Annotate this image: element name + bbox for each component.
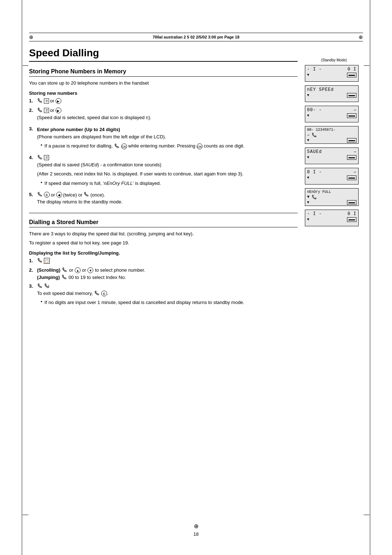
s2-step-3-sub: To exit speed dial memory, C. bbox=[37, 290, 298, 297]
step-2-icons: ☰ or ▶ bbox=[37, 108, 298, 113]
lcd-2-text: nEY SPEEd bbox=[307, 87, 334, 92]
step-2-content: ☰ or ▶ (Speed dial is selected, speed di… bbox=[37, 108, 298, 123]
step-2-num: 2. bbox=[29, 108, 37, 113]
lcd-6-text: 0 I - bbox=[307, 170, 322, 175]
lcd-7-battery: ▬▬▬ bbox=[347, 200, 356, 205]
lcd-display-6: 0 I - ⇨ ▼ ▬▬▬ bbox=[305, 168, 359, 185]
lcd-2-bottom: ▼ ▬▬▬ bbox=[307, 93, 356, 98]
s2-step-2-content: (Scrolling) or ▲ or ▼ to select phone nu… bbox=[37, 267, 298, 280]
lcd-6-battery: ▬▬▬ bbox=[347, 175, 356, 180]
lcd-8-signal: ▼ bbox=[307, 218, 309, 222]
menu-icon-1: ☰ bbox=[44, 98, 49, 104]
page-number: 18 bbox=[193, 531, 199, 537]
or-text-5: or bbox=[51, 192, 55, 198]
lcd-5-text: 5AUEd bbox=[307, 149, 322, 154]
lcd-1-bottom: ▼ ▬▬▬ bbox=[307, 73, 356, 77]
margin-mark-right-top bbox=[364, 65, 369, 66]
bottom-crosshair: ⊕ bbox=[194, 523, 199, 530]
s2-step-3-bullet-text: If no digits are input over 1 minute, sp… bbox=[45, 299, 245, 306]
s2-step-3-num: 3. bbox=[29, 283, 37, 289]
standby-label: (Standby Mode) bbox=[305, 58, 363, 62]
section2-subheading: Displaying the list by Scrolling/Jumping… bbox=[29, 250, 298, 256]
lcd-display-8: - I - 0 I ▼ ▬▬▬ bbox=[305, 210, 359, 226]
s2-step-1-num: 1. bbox=[29, 258, 37, 263]
step-1-icons: ☰ or ▶ bbox=[37, 98, 298, 104]
step-5-content: C or ◀ (twice) or (once). The display re… bbox=[37, 192, 298, 208]
bullet-dot-3: • bbox=[41, 142, 42, 148]
s2-step-3-bullet: • If no digits are input over 1 minute, … bbox=[41, 299, 298, 306]
bullet-dot-4: • bbox=[41, 180, 42, 185]
step-4-bullet: • If speed dial memory is full, 'nEnOry … bbox=[41, 180, 298, 187]
right-column: (Standby Mode) - I - 0 I ▼ ▬▬▬ nEY SPEEd… bbox=[305, 47, 363, 519]
step-1-num: 1. bbox=[29, 98, 37, 104]
step-3-content: Enter phone number (Up to 24 digits) (Ph… bbox=[37, 126, 298, 152]
section2-step-1: 1. 📋 bbox=[29, 258, 298, 264]
or-text-1: or bbox=[50, 98, 54, 104]
lcd-1-dash: - I - bbox=[307, 67, 322, 72]
c-icon-exit: C bbox=[101, 291, 107, 296]
lcd-1-top: - I - 0 I bbox=[307, 67, 356, 72]
section2-intro2: To register a speed dial to hot key, see… bbox=[29, 239, 298, 247]
bullet-dot-s2-3: • bbox=[41, 299, 42, 304]
menu-icon-4: ☰ bbox=[44, 155, 49, 160]
phone-icon-s2-1a bbox=[37, 258, 43, 264]
lcd-3-signal: ▼ bbox=[307, 114, 309, 118]
lcd-4-bottom: ▼ ▬▬▬ bbox=[307, 138, 356, 143]
header-crosshair-right: ⊕ bbox=[359, 34, 363, 40]
s2-step-2-num: 2. bbox=[29, 267, 37, 273]
step-3-sub: (Phone numbers are displayed from the le… bbox=[37, 133, 298, 141]
lcd-4-signal: ▼ bbox=[307, 138, 309, 142]
arrow-down-s2: ▼ bbox=[87, 267, 93, 273]
arrow-right-icon-1: ▶ bbox=[56, 98, 61, 104]
page-title: Speed Dialling bbox=[29, 47, 298, 62]
lcd-7-bottom: ▼ ▬▬▬ bbox=[307, 200, 356, 205]
menu-icon-2: ☰ bbox=[44, 108, 49, 113]
lcd-2-top: nEY SPEEd bbox=[307, 87, 356, 92]
lcd-display-3: 00- - ⇨ ▼ ▬▬▬ bbox=[305, 106, 359, 122]
ok-icon-pause2: OK bbox=[197, 143, 203, 149]
lcd-1-num: 0 I bbox=[347, 67, 356, 72]
lcd-6-arrow: ⇨ bbox=[354, 170, 356, 175]
section2-step-2: 2. (Scrolling) or ▲ or ▼ to select phone… bbox=[29, 267, 298, 280]
lcd-8-bottom: ▼ ▬▬▬ bbox=[307, 217, 356, 222]
section2-intro1: There are 3 ways to display the speed di… bbox=[29, 230, 298, 238]
lcd-7-text: nEnOry FULL bbox=[307, 190, 331, 194]
lcd-3-battery: ▬▬▬ bbox=[347, 113, 356, 118]
section-divider bbox=[29, 213, 298, 213]
or-text-s2-2: or bbox=[69, 267, 73, 273]
lcd-8-dash: - I - bbox=[307, 211, 322, 216]
lcd-5-signal: ▼ bbox=[307, 155, 309, 159]
step-5: 5. C or ◀ (twice) or (once). The display… bbox=[29, 192, 298, 208]
talk-icon-s2-3 bbox=[44, 283, 50, 289]
margin-mark-right-bottom bbox=[364, 515, 369, 515]
lcd-4-arrow: ⇨ bbox=[307, 133, 310, 137]
or-text-2: or bbox=[50, 108, 54, 113]
lcd-8-top: - I - 0 I bbox=[307, 211, 356, 216]
border-left bbox=[22, 0, 22, 555]
once-text: (once). bbox=[90, 192, 105, 198]
main-content: Speed Dialling Storing Phone Numbers in … bbox=[29, 47, 363, 519]
step-4-bullet-text: If speed dial memory is full, 'nEnOry FU… bbox=[45, 180, 161, 187]
lcd-1-signal: ▼ bbox=[307, 73, 309, 77]
phone-icon-s2-2b bbox=[61, 275, 67, 280]
jumping-bold: (Jumping) bbox=[37, 275, 60, 280]
lcd-6-bottom: ▼ ▬▬▬ bbox=[307, 175, 356, 180]
lcd-5-top: 5AUEd ⇨ bbox=[307, 149, 356, 154]
header-text: 700al australian 2 5 02 2/5/02 3:00 pm P… bbox=[36, 35, 356, 39]
twice-text: (twice) or bbox=[63, 192, 82, 198]
lcd-display-1: - I - 0 I ▼ ▬▬▬ bbox=[305, 65, 359, 82]
step-3-num: 3. bbox=[29, 126, 37, 131]
lcd-7-mid: ▼ 📞 bbox=[307, 195, 356, 199]
s2-step-3-content: To exit speed dial memory, C. • If no di… bbox=[37, 283, 298, 308]
lcd-4-top: 00- 12345671- bbox=[307, 128, 356, 132]
lcd-5-arrow: ⇨ bbox=[354, 149, 356, 154]
lcd-display-7: nEnOry FULL ▼ 📞 ▼ ▬▬▬ bbox=[305, 188, 359, 206]
section1-subheading: Storing new numbers bbox=[29, 90, 298, 96]
left-column: Speed Dialling Storing Phone Numbers in … bbox=[29, 47, 305, 519]
lcd-2-signal: ▼ bbox=[307, 93, 309, 97]
lcd-display-5: 5AUEd ⇨ ▼ ▬▬▬ bbox=[305, 147, 359, 164]
phone-icon-1a bbox=[37, 98, 43, 104]
lcd-2-battery: ▬▬▬ bbox=[347, 93, 356, 98]
lcd-7-arrow: ▼ bbox=[307, 195, 310, 199]
step-3: 3. Enter phone number (Up to 24 digits) … bbox=[29, 126, 298, 152]
